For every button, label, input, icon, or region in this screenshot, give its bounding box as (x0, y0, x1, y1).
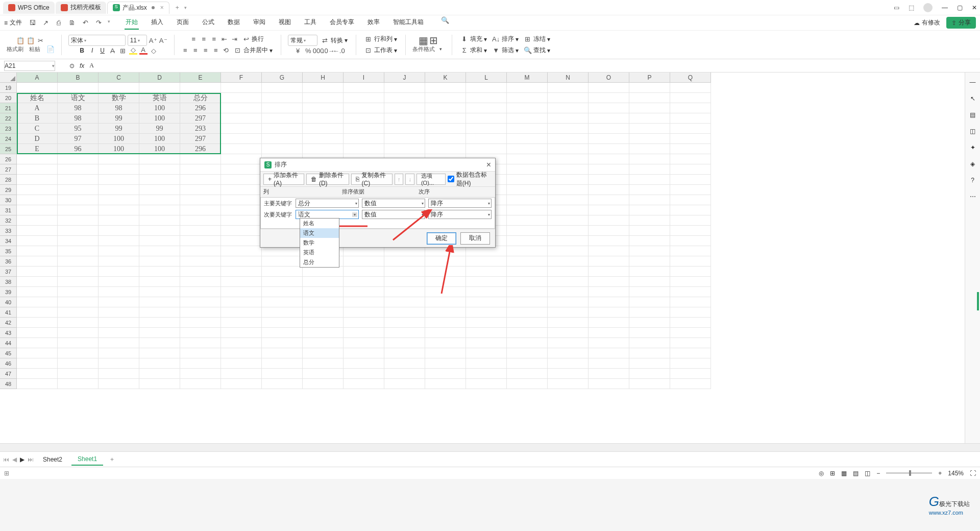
cell[interactable] (180, 185, 221, 195)
cell[interactable] (17, 195, 58, 205)
cell[interactable] (384, 328, 425, 338)
zoom-out-icon[interactable]: − (876, 470, 880, 477)
align-left-icon[interactable]: ≡ (181, 46, 189, 55)
cell[interactable] (466, 256, 507, 267)
cell[interactable] (507, 256, 548, 267)
cell[interactable] (507, 103, 548, 113)
cell[interactable] (344, 307, 384, 318)
cell[interactable] (425, 134, 466, 144)
cell[interactable]: B (17, 113, 58, 124)
cell[interactable] (58, 195, 99, 205)
tab-last-icon[interactable]: ⏭ (28, 456, 34, 463)
cell[interactable] (139, 256, 180, 267)
cell[interactable]: 英语 (139, 93, 180, 103)
cell[interactable] (262, 328, 303, 338)
menu-view[interactable]: 视图 (278, 16, 292, 30)
cell[interactable] (180, 318, 221, 328)
dropdown-option[interactable]: 总分 (300, 257, 339, 267)
cell[interactable] (180, 348, 221, 358)
cell[interactable] (507, 215, 548, 226)
cell[interactable]: 总分 (180, 93, 221, 103)
cell[interactable] (99, 215, 139, 226)
cell[interactable] (384, 358, 425, 369)
cell[interactable] (589, 175, 629, 185)
fullscreen-icon[interactable]: ⛶ (970, 470, 976, 477)
cell[interactable] (466, 297, 507, 307)
cell[interactable] (344, 318, 384, 328)
row-header[interactable]: 40 (0, 297, 17, 307)
cell[interactable] (670, 144, 711, 154)
cell[interactable] (180, 154, 221, 164)
avatar-icon[interactable] (923, 3, 933, 12)
cell[interactable] (221, 124, 262, 134)
cell[interactable] (548, 124, 589, 134)
row-header[interactable]: 33 (0, 226, 17, 236)
cell[interactable] (670, 175, 711, 185)
cell[interactable] (589, 236, 629, 246)
cell[interactable] (180, 164, 221, 175)
cell[interactable] (548, 358, 589, 369)
cell[interactable] (180, 297, 221, 307)
cell[interactable] (670, 83, 711, 93)
cell[interactable] (221, 348, 262, 358)
cell[interactable] (99, 287, 139, 297)
cell[interactable] (139, 277, 180, 287)
row-header[interactable]: 48 (0, 379, 17, 389)
cell[interactable] (139, 215, 180, 226)
options-button[interactable]: 选项(O)... (416, 174, 446, 185)
cell[interactable] (58, 307, 99, 318)
paste-label[interactable]: 粘贴 (29, 45, 40, 53)
secondary-order-select[interactable]: 降序▾ (428, 210, 492, 219)
cell[interactable] (262, 297, 303, 307)
cell[interactable] (99, 318, 139, 328)
cell[interactable] (670, 338, 711, 348)
cell[interactable] (466, 307, 507, 318)
close-icon[interactable]: × (160, 4, 164, 11)
cell[interactable] (384, 134, 425, 144)
row-header[interactable]: 44 (0, 338, 17, 348)
cell[interactable] (548, 185, 589, 195)
cell[interactable] (180, 246, 221, 256)
cell[interactable] (670, 195, 711, 205)
cell[interactable] (384, 124, 425, 134)
row-header[interactable]: 21 (0, 103, 17, 113)
cell[interactable]: 100 (139, 113, 180, 124)
cell[interactable] (384, 113, 425, 124)
cell[interactable] (99, 277, 139, 287)
cond-fmt-label[interactable]: 条件格式 (412, 45, 435, 53)
cell[interactable] (58, 215, 99, 226)
cell[interactable] (629, 277, 670, 287)
cell[interactable] (221, 205, 262, 215)
cell[interactable] (221, 256, 262, 267)
cell[interactable] (262, 277, 303, 287)
cell[interactable] (180, 287, 221, 297)
cell[interactable] (629, 358, 670, 369)
tab-document[interactable]: S 产品.xlsx × (107, 2, 169, 14)
cell[interactable] (548, 175, 589, 185)
strike-icon[interactable]: A̶ (109, 46, 117, 55)
row-header[interactable]: 37 (0, 267, 17, 277)
cell[interactable] (221, 185, 262, 195)
decimal-dec-icon[interactable]: ←.0 (335, 46, 343, 55)
cell[interactable] (548, 236, 589, 246)
comma-icon[interactable]: 000 (314, 46, 323, 55)
layers-icon[interactable]: ◈ (970, 160, 975, 167)
cell[interactable] (548, 369, 589, 379)
cell[interactable] (425, 93, 466, 103)
merge-button[interactable]: ⊡合并居中▾ (232, 45, 274, 56)
cell[interactable] (17, 307, 58, 318)
cell[interactable] (262, 348, 303, 358)
row-header[interactable]: 23 (0, 124, 17, 134)
new-tab-button[interactable]: + (170, 4, 184, 11)
col-header[interactable]: L (466, 73, 507, 83)
cell[interactable] (548, 318, 589, 328)
cell[interactable] (221, 318, 262, 328)
cell[interactable] (670, 297, 711, 307)
cell[interactable]: 296 (180, 144, 221, 154)
cell[interactable] (589, 256, 629, 267)
cell[interactable] (548, 307, 589, 318)
row-header[interactable]: 41 (0, 307, 17, 318)
cell[interactable] (221, 338, 262, 348)
cell[interactable] (344, 113, 384, 124)
cell[interactable] (17, 246, 58, 256)
